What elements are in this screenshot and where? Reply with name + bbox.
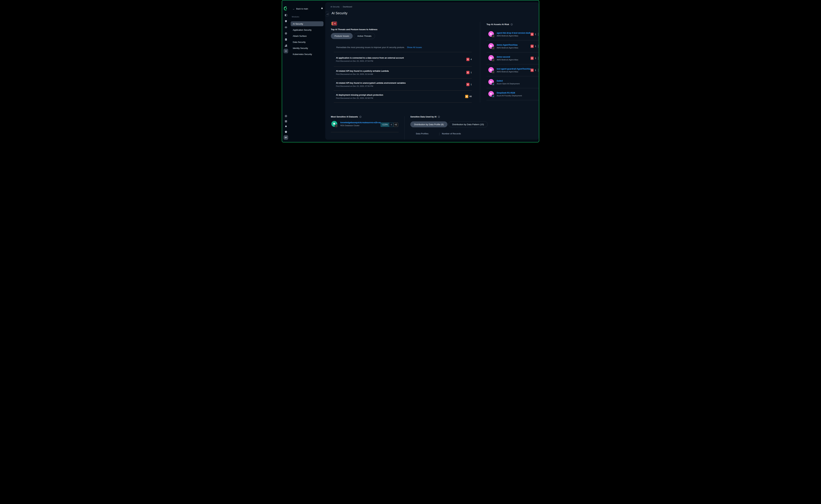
aws-provider-icon: aws	[492, 35, 495, 38]
severity-count: 1	[535, 33, 536, 35]
issue-title: AI deployment missing prompt attack prot…	[336, 94, 472, 96]
severity-badge: H	[530, 69, 534, 72]
back-to-main-link[interactable]: ← Back to main	[293, 8, 308, 10]
target-icon[interactable]	[284, 31, 288, 36]
vertical-divider	[404, 116, 405, 140]
aws-label: aws	[492, 36, 494, 36]
pin-lock-icon[interactable]	[321, 7, 323, 10]
datasets-heading-row: Most Sensitive AI Datasets	[331, 115, 362, 118]
issue-row[interactable]: AI-related API key found in unencrypted …	[334, 79, 472, 91]
app-window: ? SF ← Back to main Modules AI Security …	[282, 0, 539, 142]
help-icon[interactable]: ?	[284, 129, 288, 134]
shield-alert-icon[interactable]	[284, 19, 288, 23]
severity-count: 1	[535, 57, 536, 59]
asset-severity-group: H 1	[530, 45, 538, 48]
divider	[331, 132, 399, 132]
eye-icon[interactable]	[284, 25, 288, 30]
page-title: AI Security	[332, 11, 347, 15]
scrollbar-thumb	[538, 33, 538, 36]
breadcrumb-leaf[interactable]: Dashboard	[343, 6, 352, 8]
show-all-issues-link[interactable]: Show All Issues	[407, 46, 422, 49]
sidebar-item-ai-security[interactable]: AI Security	[291, 21, 324, 26]
asset-name-link[interactable]: Dalle3	[497, 80, 519, 82]
issue-title: AI-related API key found in a publicly w…	[336, 70, 472, 72]
asset-row[interactable]: Dalle3 Azure Open AI Deployment	[486, 76, 539, 88]
dataset-name-link[interactable]: knowledgebasequickcreateaurora-e2b-au	[340, 121, 381, 124]
banner-text: Remediate the most pressing issues to im…	[336, 46, 405, 49]
severity-badge: H	[530, 33, 534, 36]
ai-cluster-icon[interactable]	[284, 49, 288, 53]
brand-logo-icon[interactable]	[284, 7, 288, 11]
issue-row[interactable]: AI application is connected to a data so…	[334, 52, 472, 67]
asset-name-link[interactable]: DeepSeek-R1-0528	[497, 92, 522, 94]
asset-type: AWS Bedrock Agent Alias	[497, 35, 530, 37]
column-header-data-profiles[interactable]: Data Profiles	[416, 133, 428, 135]
svg-text:aws: aws	[492, 48, 494, 48]
tab-distribution-data-profile[interactable]: Distribution by Data Profile (6)	[410, 121, 447, 127]
module-nav: AI Security Application Security Attack …	[291, 21, 324, 58]
sidebar-item-identity-security[interactable]: Identity Security	[291, 46, 324, 51]
compliance-tag[interactable]: CCPA 4	[381, 123, 393, 127]
asset-name-link[interactable]: agent-feb-drop-4-test-version-dudi	[497, 32, 530, 34]
dashboard-layout-icon[interactable]	[284, 13, 288, 17]
asset-row[interactable]: aws demo-AgentTestAlias AWS Bedrock Agen…	[486, 40, 539, 52]
asset-name-link[interactable]: test-agent-guardrail-AgentTestAlias	[497, 68, 531, 70]
asset-list: aws agent-feb-drop-4-test-version-dudi A…	[486, 28, 539, 100]
sidebar-item-attack-surface[interactable]: Attack Surface	[291, 33, 324, 38]
issue-date: First Discovered on Dec 25, 2025, 02:58 …	[336, 97, 472, 99]
asset-row[interactable]: aws agent-feb-drop-4-test-version-dudi A…	[486, 28, 539, 40]
asset-icon: aws	[488, 67, 495, 73]
notifications-bell-icon[interactable]	[284, 124, 288, 129]
info-icon[interactable]	[510, 23, 513, 26]
severity-stack-icon: C	[331, 21, 338, 26]
severity-badge: H	[466, 83, 469, 86]
apps-grid-icon[interactable]	[284, 119, 288, 124]
info-icon[interactable]	[438, 116, 440, 118]
asset-icon: aws	[488, 43, 495, 49]
asset-icon	[488, 91, 495, 97]
asset-severity-group: H 1	[530, 69, 538, 72]
asset-severity-group: H 1	[530, 33, 538, 36]
svg-text:aws: aws	[336, 125, 337, 126]
asset-name-link[interactable]: demo-AgentTestAlias	[497, 44, 518, 46]
svg-text:aws: aws	[492, 60, 494, 60]
aws-provider-icon: aws	[492, 59, 495, 62]
org-blocks-icon[interactable]	[284, 43, 288, 48]
info-icon[interactable]	[359, 116, 362, 118]
sensitive-data-heading: Sensitive Data Used by AI	[410, 115, 436, 118]
issue-title: AI-related API key found in unencrypted …	[336, 82, 472, 84]
asset-name-link[interactable]: demo-second	[497, 56, 518, 58]
asset-type: Azure Open AI Deployment	[497, 83, 519, 85]
breadcrumb-root[interactable]: Ai Security	[331, 6, 340, 8]
sidebar-item-application-security[interactable]: Application Security	[291, 27, 324, 32]
aws-provider-icon: aws	[492, 71, 495, 74]
sidebar-item-kubernetes-security[interactable]: Kubernetes Security	[291, 52, 324, 57]
issues-list: Remediate the most pressing issues to im…	[334, 43, 472, 103]
tab-active-threats[interactable]: Active Threats	[354, 33, 375, 39]
asset-row[interactable]: aws demo-second AWS Bedrock Agent Alias …	[486, 52, 539, 64]
settings-gear-icon[interactable]	[284, 114, 288, 118]
severity-badge: H	[466, 58, 469, 61]
sidebar-collapse-button[interactable]: →|	[325, 12, 329, 16]
asset-row[interactable]: aws test-agent-guardrail-AgentTestAlias …	[486, 64, 539, 76]
clipboard-icon[interactable]	[284, 37, 288, 42]
assets-panel-title: Top AI Assets At Risk	[486, 23, 509, 26]
asset-severity-group: H 1	[530, 57, 538, 60]
issue-row[interactable]: AI deployment missing prompt attack prot…	[334, 91, 472, 103]
sidebar-item-data-security[interactable]: Data Security	[291, 40, 324, 44]
tab-posture-issues[interactable]: Posture Issues	[331, 33, 353, 39]
breadcrumb: Ai Security › Dashboard	[331, 6, 352, 8]
issue-row[interactable]: AI-related API key found in a publicly w…	[334, 67, 472, 79]
more-tags-chip[interactable]: +5	[393, 123, 398, 127]
asset-icon: aws	[488, 55, 495, 61]
asset-row[interactable]: DeepSeek-R1-0528 Azure AI Foundry Deploy…	[486, 88, 539, 100]
severity-count: 1	[471, 83, 472, 86]
aws-provider-icon: aws	[492, 47, 495, 50]
severity-count: 1	[535, 45, 536, 47]
main-content-card: Ai Security › Dashboard →| AI Security C…	[325, 3, 539, 140]
sensitive-data-heading-row: Sensitive Data Used by AI	[410, 115, 440, 118]
tab-distribution-data-pattern[interactable]: Distribution by Data Pattern (10)	[448, 121, 488, 127]
user-avatar[interactable]: SF	[284, 135, 288, 140]
column-header-number-of-records[interactable]: Number of Records	[442, 133, 461, 135]
dataset-row[interactable]: aws knowledgebasequickcreateaurora-e2b-a…	[331, 120, 399, 129]
